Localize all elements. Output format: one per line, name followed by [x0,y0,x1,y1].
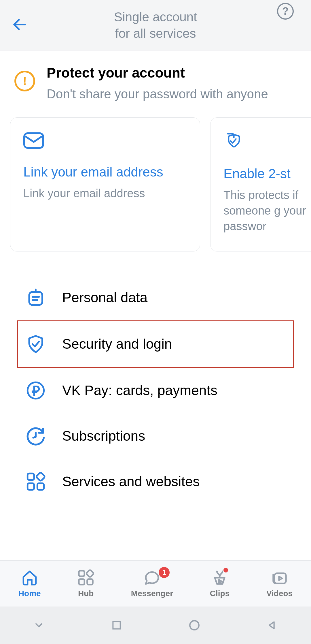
svg-rect-7 [28,483,34,490]
nav-home[interactable]: Home [18,569,41,598]
menu-personal-data[interactable]: Personal data [26,275,285,320]
settings-menu: Personal data Security and login VK Pay:… [12,266,299,504]
sys-home[interactable] [188,619,201,632]
nav-videos[interactable]: Videos [266,569,293,598]
menu-label: Security and login [62,336,172,352]
security-cards: Link your email address Link your email … [0,117,311,266]
svg-rect-17 [113,622,120,629]
card-title: Link your email address [23,164,187,180]
nav-messenger[interactable]: 1 Messenger [131,569,173,598]
sys-back[interactable] [266,619,279,632]
clips-dot [223,568,228,572]
card-title: Enable 2-st [223,166,311,181]
nav-label: Videos [266,589,293,598]
nav-label: Hub [78,589,94,598]
messenger-badge: 1 [159,567,170,578]
svg-rect-6 [28,473,34,480]
svg-rect-1 [24,133,43,148]
shield-check-icon [26,334,45,354]
videos-icon [271,569,288,586]
menu-services[interactable]: Services and websites [26,459,285,504]
svg-rect-13 [86,569,94,577]
menu-subscriptions[interactable]: Subscriptions [26,413,285,459]
alert-icon: ! [14,71,35,91]
menu-label: Subscriptions [62,428,145,444]
mail-icon [23,132,44,150]
clock-rotate-icon [26,426,45,446]
page-title: Single account for all services [114,9,197,42]
svg-rect-9 [36,472,45,481]
nav-clips[interactable]: Clips [210,569,230,598]
svg-marker-19 [269,622,274,628]
hub-icon [77,569,94,586]
nav-label: Home [18,589,41,598]
menu-vkpay[interactable]: VK Pay: cards, payments [26,368,285,413]
sys-recent[interactable] [32,619,45,632]
back-button[interactable] [12,16,28,34]
home-icon [21,569,38,586]
sys-overview[interactable] [110,619,123,632]
personal-data-icon [26,288,45,307]
grid-icon [26,472,45,491]
shield-check-icon [223,132,244,152]
svg-rect-11 [79,579,84,584]
menu-label: VK Pay: cards, payments [62,382,217,398]
nav-label: Messenger [131,589,173,598]
messenger-icon [144,569,160,586]
protect-banner: ! Protect your account Don't share your … [0,50,311,117]
svg-rect-12 [87,579,93,584]
header: Single account for all services ? [0,0,311,50]
system-nav [0,607,311,644]
svg-marker-16 [279,576,282,580]
menu-label: Personal data [62,290,147,305]
enable-2fa-card[interactable]: Enable 2-st This protects if someone g y… [210,117,311,251]
svg-point-18 [190,621,199,630]
nav-label: Clips [210,589,230,598]
svg-rect-2 [29,292,42,305]
ruble-circle-icon [26,381,45,400]
svg-rect-8 [37,483,44,490]
menu-label: Services and websites [62,474,200,489]
menu-security-login[interactable]: Security and login [17,320,294,368]
link-email-card[interactable]: Link your email address Link your email … [10,117,200,251]
svg-rect-10 [79,570,84,576]
card-desc: This protects if someone g your passwor [223,187,311,234]
protect-heading: Protect your account [47,65,268,81]
help-button[interactable]: ? [277,3,294,20]
protect-subtext: Don't share your password with anyone [47,85,268,103]
nav-hub[interactable]: Hub [77,569,94,598]
svg-rect-15 [274,573,286,583]
bottom-nav: Home Hub 1 Messenger [0,560,311,607]
svg-marker-14 [219,580,222,583]
card-desc: Link your email address [23,185,187,201]
